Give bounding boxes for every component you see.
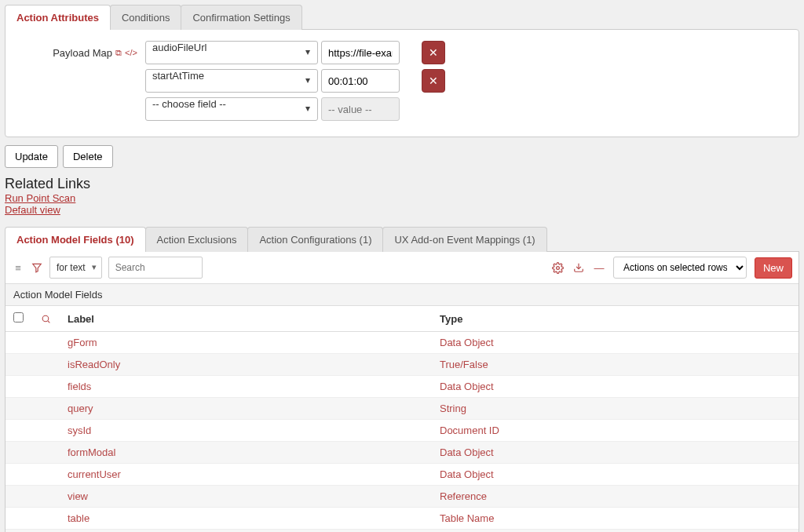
- update-button[interactable]: Update: [5, 145, 58, 168]
- tab-ux-event-mappings[interactable]: UX Add-on Event Mappings (1): [382, 227, 546, 252]
- cell-label[interactable]: currentUser: [60, 464, 432, 486]
- related-links-title: Related Links: [5, 176, 799, 192]
- tab-conditions[interactable]: Conditions: [110, 5, 181, 30]
- cell-type[interactable]: Document ID: [432, 420, 799, 442]
- close-icon: ✕: [429, 46, 438, 59]
- column-header-type[interactable]: Type: [432, 306, 799, 332]
- filter-type-select[interactable]: for text: [49, 257, 102, 279]
- tab-confirmation-settings[interactable]: Confirmation Settings: [181, 5, 302, 30]
- table-row[interactable]: isReadOnlyTrue/False: [5, 354, 799, 376]
- svg-line-4: [48, 321, 49, 322]
- column-header-label[interactable]: Label: [60, 306, 432, 332]
- cell-label[interactable]: isNewRecord: [60, 530, 432, 533]
- select-all-checkbox[interactable]: [13, 312, 24, 322]
- cell-label[interactable]: isReadOnly: [60, 354, 432, 376]
- tab-action-exclusions[interactable]: Action Exclusions: [145, 227, 249, 252]
- delete-button[interactable]: Delete: [63, 145, 113, 168]
- collapse-icon[interactable]: —: [593, 261, 605, 274]
- search-column-icon[interactable]: [39, 312, 52, 325]
- code-icon[interactable]: </>: [125, 48, 137, 57]
- cell-label[interactable]: query: [60, 398, 432, 420]
- cell-label[interactable]: table: [60, 508, 432, 530]
- cell-type[interactable]: String: [432, 398, 799, 420]
- tab-action-configurations[interactable]: Action Configurations (1): [247, 227, 383, 252]
- form-action-bar: Update Delete: [5, 145, 799, 168]
- cell-type[interactable]: Data Object: [432, 464, 799, 486]
- tab-action-model-fields[interactable]: Action Model Fields (10): [5, 227, 146, 252]
- cell-type[interactable]: Data Object: [432, 376, 799, 398]
- svg-marker-0: [33, 264, 42, 272]
- remove-row-button-1[interactable]: ✕: [422, 69, 445, 93]
- table-row[interactable]: fieldsData Object: [5, 376, 799, 398]
- search-input[interactable]: [108, 257, 203, 279]
- tab-action-attributes[interactable]: Action Attributes: [5, 5, 111, 30]
- cell-type[interactable]: Data Object: [432, 442, 799, 464]
- filter-icon[interactable]: [31, 261, 43, 274]
- payload-field-select-0[interactable]: audioFileUrl: [145, 41, 318, 64]
- cell-type[interactable]: Table Name: [432, 508, 799, 530]
- run-point-scan-link[interactable]: Run Point Scan: [5, 192, 75, 204]
- table-row[interactable]: formModalData Object: [5, 442, 799, 464]
- payload-value-input-0[interactable]: [321, 41, 400, 64]
- cell-type[interactable]: True/False: [432, 354, 799, 376]
- close-icon: ✕: [429, 75, 438, 87]
- actions-on-rows-select[interactable]: Actions on selected rows...: [613, 257, 747, 279]
- table-row[interactable]: tableTable Name: [5, 508, 799, 530]
- cell-label[interactable]: gForm: [60, 332, 432, 354]
- cell-type[interactable]: Reference: [432, 486, 799, 508]
- payload-field-select-1[interactable]: startAtTime: [145, 69, 318, 93]
- cell-type[interactable]: Data Object: [432, 332, 799, 354]
- schema-icon[interactable]: ⧉: [115, 48, 122, 58]
- payload-map-label: Payload Map ⧉ </>: [20, 47, 145, 59]
- cell-label[interactable]: formModal: [60, 442, 432, 464]
- action-attributes-panel: Payload Map ⧉ </> audioFileUrl ✕ startAt…: [5, 29, 799, 137]
- remove-row-button-0[interactable]: ✕: [422, 41, 445, 64]
- attribute-tabs: Action Attributes Conditions Confirmatio…: [5, 5, 799, 30]
- svg-point-3: [42, 315, 49, 322]
- table-row[interactable]: gFormData Object: [5, 332, 799, 354]
- cell-label[interactable]: view: [60, 486, 432, 508]
- payload-field-select-new[interactable]: -- choose field --: [145, 97, 318, 121]
- settings-icon[interactable]: [552, 261, 565, 274]
- cell-label[interactable]: sysId: [60, 420, 432, 442]
- model-fields-table: Label Type gFormData ObjectisReadOnlyTru…: [5, 306, 799, 532]
- list-title: Action Model Fields: [5, 284, 799, 306]
- default-view-link[interactable]: Default view: [5, 204, 60, 216]
- table-row[interactable]: currentUserData Object: [5, 464, 799, 486]
- related-list-area: ≡ for text — Actions on selected rows...…: [5, 251, 799, 532]
- download-icon[interactable]: [572, 261, 585, 274]
- cell-type[interactable]: True/False: [432, 530, 799, 533]
- related-list-tabs: Action Model Fields (10) Action Exclusio…: [5, 227, 799, 252]
- payload-value-input-1[interactable]: [321, 69, 400, 93]
- table-row[interactable]: queryString: [5, 398, 799, 420]
- svg-point-1: [557, 266, 560, 269]
- table-row[interactable]: viewReference: [5, 486, 799, 508]
- cell-label[interactable]: fields: [60, 376, 432, 398]
- new-button[interactable]: New: [755, 257, 792, 279]
- menu-icon[interactable]: ≡: [12, 261, 24, 274]
- table-row[interactable]: isNewRecordTrue/False: [5, 530, 799, 533]
- table-row[interactable]: sysIdDocument ID: [5, 420, 799, 442]
- payload-value-input-new[interactable]: [321, 97, 400, 121]
- list-toolbar: ≡ for text — Actions on selected rows...…: [5, 252, 799, 284]
